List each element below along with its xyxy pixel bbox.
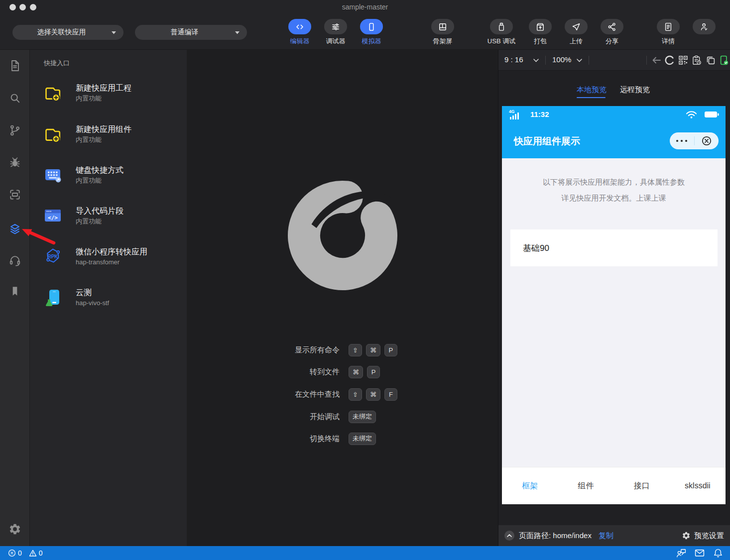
statusbar-right-icons bbox=[676, 548, 723, 558]
shortcut-row: 显示所有命令 ⇧ ⌘ P bbox=[220, 342, 397, 357]
chevron-down-icon bbox=[235, 31, 240, 34]
toolbar-divider bbox=[545, 56, 546, 65]
shortcut-label: 开始调试 bbox=[220, 412, 340, 422]
warning-count: 0 bbox=[39, 549, 43, 557]
shortcut-label: 切换终端 bbox=[220, 434, 340, 444]
problems-indicator[interactable]: 0 0 bbox=[8, 549, 48, 557]
preview-settings-button[interactable]: 预览设置 bbox=[682, 531, 724, 541]
copy-path-link[interactable]: 复制 bbox=[599, 531, 613, 541]
ide-window: sample-master 选择关联快应用 普通编译 编辑器 调试器 模拟器 骨… bbox=[0, 0, 730, 560]
item-subtitle: hap-vivo-stf bbox=[76, 298, 109, 308]
toolbar-divider bbox=[589, 56, 589, 65]
device-connected-icon[interactable] bbox=[719, 55, 729, 65]
bell-icon[interactable] bbox=[713, 548, 723, 558]
miniapp-capsule bbox=[670, 132, 719, 149]
copy-windows-icon[interactable] bbox=[706, 55, 716, 65]
item-subtitle: 内置功能 bbox=[76, 135, 131, 144]
chevron-down-icon[interactable] bbox=[533, 59, 539, 62]
bookmark-icon[interactable] bbox=[8, 285, 21, 298]
cloud-test-icon bbox=[43, 287, 63, 307]
account-button[interactable] bbox=[684, 19, 724, 34]
svg-text:</>: </> bbox=[48, 215, 58, 221]
key-unbound: 未绑定 bbox=[349, 411, 376, 423]
log-clipboard-icon[interactable] bbox=[692, 55, 702, 65]
import-snippet-item[interactable]: </> 导入代码片段 内置功能 bbox=[43, 204, 123, 227]
compile-mode-dropdown[interactable]: 普通编译 bbox=[135, 25, 247, 40]
item-title: 云测 bbox=[76, 287, 109, 298]
simulator-button[interactable]: 模拟器 bbox=[352, 19, 391, 46]
chevron-down-icon[interactable] bbox=[577, 59, 582, 62]
phone-icon bbox=[360, 19, 383, 34]
aspect-ratio-select[interactable]: 9 : 16 bbox=[504, 55, 523, 64]
cloud-test-item[interactable]: 云测 hap-vivo-stf bbox=[43, 286, 109, 309]
item-subtitle: hap-transfomer bbox=[76, 257, 147, 267]
back-arrow-icon[interactable] bbox=[651, 55, 661, 65]
svg-text:4G: 4G bbox=[509, 109, 515, 114]
search-icon[interactable] bbox=[8, 92, 21, 105]
source-control-icon[interactable] bbox=[8, 124, 21, 137]
usb-debug-button[interactable]: USB 调试 bbox=[482, 19, 521, 46]
wechat-to-quickapp-item[interactable]: RPK 微信小程序转快应用 hap-transfomer bbox=[43, 245, 147, 268]
svg-text:RPK: RPK bbox=[47, 254, 58, 259]
key-cmd: ⌘ bbox=[366, 388, 380, 401]
code-icon bbox=[288, 19, 311, 34]
usb-debug-button-label: USB 调试 bbox=[487, 37, 515, 46]
item-subtitle: 内置功能 bbox=[76, 94, 131, 103]
shortcut-label: 显示所有命令 bbox=[220, 345, 340, 355]
collapse-chevron-up-icon[interactable] bbox=[504, 531, 514, 541]
reload-icon[interactable] bbox=[665, 55, 675, 65]
screenshot-frame-icon[interactable] bbox=[8, 188, 21, 201]
warning-triangle-icon bbox=[29, 549, 37, 557]
support-headset-icon[interactable] bbox=[8, 254, 21, 267]
phone-status-bar: 4G 11:32 bbox=[502, 106, 726, 123]
feedback-icon[interactable] bbox=[676, 548, 686, 558]
phone-tab-components[interactable]: 组件 bbox=[558, 467, 613, 504]
phone-description-line2: 详见快应用开发文档。上课上课 bbox=[502, 194, 726, 203]
tab-local-preview[interactable]: 本地预览 bbox=[577, 85, 607, 95]
status-bar: 0 0 bbox=[0, 546, 730, 560]
more-menu-button[interactable] bbox=[670, 132, 694, 149]
settings-gear-icon[interactable] bbox=[8, 523, 21, 536]
phone-tab-framework[interactable]: 框架 bbox=[502, 467, 558, 504]
folder-add-icon bbox=[43, 83, 63, 103]
basic-card[interactable]: 基础90 bbox=[510, 229, 718, 266]
upload-button[interactable]: 上传 bbox=[556, 19, 596, 46]
item-subtitle: 内置功能 bbox=[76, 217, 123, 226]
key-cmd: ⌘ bbox=[349, 366, 363, 378]
qr-code-icon[interactable] bbox=[678, 55, 688, 65]
components-layers-icon[interactable] bbox=[8, 223, 21, 235]
quick-entry-panel: 快捷入口 新建快应用工程 内置功能 新建快应用组件 内置功能 键盘快捷方式 内置… bbox=[30, 50, 187, 546]
key-shift: ⇧ bbox=[349, 388, 362, 401]
send-icon bbox=[565, 19, 588, 34]
mail-icon[interactable] bbox=[695, 548, 705, 558]
activity-bar bbox=[0, 50, 30, 546]
share-button[interactable]: 分享 bbox=[592, 19, 632, 46]
phone-tab-custom[interactable]: sklssdii bbox=[670, 467, 726, 504]
debug-bug-icon[interactable] bbox=[8, 156, 21, 169]
key-shift: ⇧ bbox=[349, 344, 362, 356]
editor-button[interactable]: 编辑器 bbox=[280, 19, 320, 46]
phone-tab-interfaces[interactable]: 接口 bbox=[614, 467, 670, 504]
debugger-button[interactable]: 调试器 bbox=[316, 19, 356, 46]
battery-icon bbox=[705, 112, 719, 118]
chevron-down-icon bbox=[112, 31, 116, 34]
quick-entry-title: 快捷入口 bbox=[44, 59, 70, 68]
tab-remote-preview[interactable]: 远程预览 bbox=[620, 85, 650, 95]
editor-welcome-area: 显示所有命令 ⇧ ⌘ P 转到文件 ⌘ P 在文件中查找 ⇧ ⌘ F 开始调试 bbox=[187, 50, 498, 546]
app-logo-watermark bbox=[280, 173, 405, 298]
details-button[interactable]: 详情 bbox=[648, 19, 688, 46]
new-component-item[interactable]: 新建快应用组件 内置功能 bbox=[43, 122, 131, 145]
key-letter: F bbox=[384, 388, 397, 401]
simulator-button-label: 模拟器 bbox=[362, 37, 381, 46]
linked-app-dropdown[interactable]: 选择关联快应用 bbox=[12, 25, 123, 40]
package-button[interactable]: 打包 bbox=[520, 19, 560, 46]
close-app-button[interactable] bbox=[695, 132, 719, 149]
zoom-level-select[interactable]: 100% bbox=[552, 55, 571, 64]
skeleton-screen-button[interactable]: 骨架屏 bbox=[423, 19, 463, 46]
shortcut-row: 在文件中查找 ⇧ ⌘ F bbox=[220, 387, 397, 402]
keyboard-shortcuts-item[interactable]: 键盘快捷方式 内置功能 bbox=[43, 163, 123, 186]
explorer-icon[interactable] bbox=[8, 59, 21, 72]
new-project-item[interactable]: 新建快应用工程 内置功能 bbox=[43, 81, 131, 104]
shortcut-row: 转到文件 ⌘ P bbox=[220, 364, 380, 379]
phone-clock: 11:32 bbox=[530, 110, 549, 118]
